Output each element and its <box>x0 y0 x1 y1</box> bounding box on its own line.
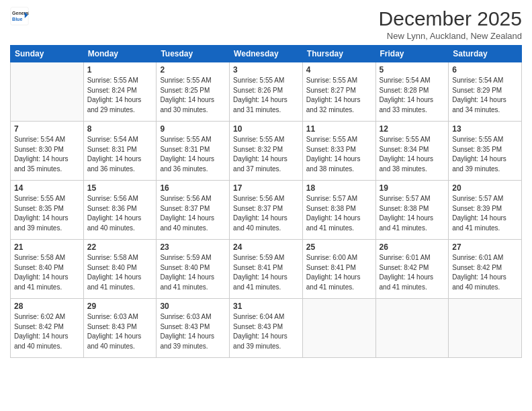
daylight-text-line1: Daylight: 14 hours <box>87 332 142 340</box>
sunrise-text: Sunrise: 5:56 AM <box>160 195 211 202</box>
sunset-text: Sunset: 8:30 PM <box>14 146 64 153</box>
daylight-text-line1: Daylight: 14 hours <box>233 273 287 281</box>
daylight-text-line1: Daylight: 14 hours <box>14 273 69 281</box>
weekday-header-cell: Wednesday <box>230 46 303 62</box>
page: General Blue December 2025 New Lynn, Auc… <box>0 0 532 411</box>
daylight-text-line1: Daylight: 14 hours <box>233 332 287 340</box>
day-info: Sunrise: 5:55 AMSunset: 8:26 PMDaylight:… <box>233 76 299 115</box>
day-number: 24 <box>233 242 299 252</box>
sunrise-text: Sunrise: 5:55 AM <box>233 136 284 143</box>
sunrise-text: Sunrise: 5:57 AM <box>452 195 503 202</box>
calendar-cell: 8Sunrise: 5:54 AMSunset: 8:31 PMDaylight… <box>83 122 157 181</box>
sunset-text: Sunset: 8:29 PM <box>452 87 502 94</box>
weekday-header-cell: Sunday <box>11 46 84 62</box>
sunrise-text: Sunrise: 5:55 AM <box>160 77 211 84</box>
calendar-cell: 1Sunrise: 5:55 AMSunset: 8:24 PMDaylight… <box>83 62 157 122</box>
daylight-text-line1: Daylight: 14 hours <box>160 214 214 222</box>
day-info: Sunrise: 5:55 AMSunset: 8:24 PMDaylight:… <box>87 76 153 115</box>
day-number: 14 <box>14 183 80 193</box>
sunrise-text: Sunrise: 6:04 AM <box>233 313 284 320</box>
sunrise-text: Sunrise: 6:03 AM <box>87 313 138 320</box>
day-number: 30 <box>160 302 226 311</box>
sunset-text: Sunset: 8:40 PM <box>160 264 210 271</box>
daylight-text-line1: Daylight: 14 hours <box>160 155 214 163</box>
sunset-text: Sunset: 8:36 PM <box>87 205 137 212</box>
sunrise-text: Sunrise: 5:58 AM <box>14 254 65 261</box>
day-info: Sunrise: 5:55 AMSunset: 8:25 PMDaylight:… <box>160 76 226 115</box>
calendar-cell: 7Sunrise: 5:54 AMSunset: 8:30 PMDaylight… <box>11 122 84 181</box>
daylight-text-line1: Daylight: 14 hours <box>87 273 142 281</box>
sunset-text: Sunset: 8:34 PM <box>380 146 429 153</box>
sunset-text: Sunset: 8:42 PM <box>14 323 64 330</box>
day-number: 16 <box>160 183 226 193</box>
calendar-cell: 16Sunrise: 5:56 AMSunset: 8:37 PMDayligh… <box>157 181 230 240</box>
daylight-text-line1: Daylight: 14 hours <box>14 332 69 340</box>
day-number: 31 <box>233 302 299 311</box>
sunrise-text: Sunrise: 5:55 AM <box>306 77 357 84</box>
day-number: 8 <box>87 124 153 134</box>
day-number: 17 <box>233 183 299 193</box>
day-info: Sunrise: 5:54 AMSunset: 8:29 PMDaylight:… <box>452 76 518 115</box>
calendar-cell <box>449 299 522 358</box>
sunset-text: Sunset: 8:43 PM <box>160 323 210 330</box>
sunrise-text: Sunrise: 5:55 AM <box>306 136 357 143</box>
daylight-text-line2: and 29 minutes. <box>87 106 135 113</box>
sunset-text: Sunset: 8:43 PM <box>87 323 137 330</box>
calendar-cell: 12Sunrise: 5:55 AMSunset: 8:34 PMDayligh… <box>375 122 449 181</box>
daylight-text-line2: and 41 minutes. <box>160 283 208 291</box>
calendar-cell: 25Sunrise: 6:00 AMSunset: 8:41 PMDayligh… <box>302 240 375 299</box>
daylight-text-line1: Daylight: 14 hours <box>87 96 142 103</box>
calendar-cell: 9Sunrise: 5:55 AMSunset: 8:31 PMDaylight… <box>157 122 230 181</box>
calendar: SundayMondayTuesdayWednesdayThursdayFrid… <box>10 45 522 358</box>
calendar-cell: 31Sunrise: 6:04 AMSunset: 8:43 PMDayligh… <box>230 299 303 358</box>
daylight-text-line1: Daylight: 14 hours <box>233 96 287 103</box>
calendar-body: 1Sunrise: 5:55 AMSunset: 8:24 PMDaylight… <box>11 62 522 358</box>
svg-text:Blue: Blue <box>12 17 22 21</box>
sunset-text: Sunset: 8:40 PM <box>87 264 137 271</box>
day-info: Sunrise: 5:55 AMSunset: 8:35 PMDaylight:… <box>14 194 80 233</box>
daylight-text-line1: Daylight: 14 hours <box>380 155 434 163</box>
calendar-week-row: 21Sunrise: 5:58 AMSunset: 8:40 PMDayligh… <box>11 240 522 299</box>
sunrise-text: Sunrise: 6:03 AM <box>160 313 211 320</box>
sunset-text: Sunset: 8:42 PM <box>380 264 429 271</box>
sunset-text: Sunset: 8:39 PM <box>452 205 502 212</box>
daylight-text-line1: Daylight: 14 hours <box>306 155 361 163</box>
weekday-header-cell: Thursday <box>302 46 375 62</box>
daylight-text-line1: Daylight: 14 hours <box>452 214 506 222</box>
calendar-cell: 15Sunrise: 5:56 AMSunset: 8:36 PMDayligh… <box>83 181 157 240</box>
day-number: 26 <box>380 242 445 252</box>
sunset-text: Sunset: 8:25 PM <box>160 87 210 94</box>
day-number: 7 <box>14 124 80 134</box>
day-number: 18 <box>306 183 372 193</box>
day-number: 21 <box>14 242 80 252</box>
daylight-text-line1: Daylight: 14 hours <box>14 155 69 163</box>
day-number: 11 <box>306 124 372 134</box>
day-info: Sunrise: 5:58 AMSunset: 8:40 PMDaylight:… <box>87 253 153 292</box>
calendar-cell: 2Sunrise: 5:55 AMSunset: 8:25 PMDaylight… <box>157 62 230 122</box>
sunset-text: Sunset: 8:37 PM <box>233 205 283 212</box>
calendar-week-row: 7Sunrise: 5:54 AMSunset: 8:30 PMDaylight… <box>11 122 522 181</box>
calendar-cell: 5Sunrise: 5:54 AMSunset: 8:28 PMDaylight… <box>375 62 449 122</box>
sunset-text: Sunset: 8:31 PM <box>160 146 210 153</box>
day-number: 28 <box>14 302 80 311</box>
sunset-text: Sunset: 8:24 PM <box>87 87 137 94</box>
calendar-cell <box>375 299 449 358</box>
calendar-cell: 14Sunrise: 5:55 AMSunset: 8:35 PMDayligh… <box>11 181 84 240</box>
day-info: Sunrise: 5:59 AMSunset: 8:40 PMDaylight:… <box>160 253 226 292</box>
daylight-text-line2: and 38 minutes. <box>306 165 354 173</box>
location: New Lynn, Auckland, New Zealand <box>379 31 522 41</box>
day-info: Sunrise: 5:58 AMSunset: 8:40 PMDaylight:… <box>14 253 80 292</box>
calendar-week-row: 1Sunrise: 5:55 AMSunset: 8:24 PMDaylight… <box>11 62 522 122</box>
day-number: 1 <box>87 65 153 75</box>
sunset-text: Sunset: 8:42 PM <box>452 264 502 271</box>
weekday-header-cell: Monday <box>83 46 157 62</box>
calendar-cell: 4Sunrise: 5:55 AMSunset: 8:27 PMDaylight… <box>302 62 375 122</box>
calendar-cell: 22Sunrise: 5:58 AMSunset: 8:40 PMDayligh… <box>83 240 157 299</box>
logo: General Blue <box>10 7 31 26</box>
daylight-text-line1: Daylight: 14 hours <box>160 332 214 340</box>
sunset-text: Sunset: 8:43 PM <box>233 323 283 330</box>
day-info: Sunrise: 5:55 AMSunset: 8:34 PMDaylight:… <box>380 135 445 174</box>
day-info: Sunrise: 5:59 AMSunset: 8:41 PMDaylight:… <box>233 253 299 292</box>
day-number: 22 <box>87 242 153 252</box>
weekday-header-cell: Tuesday <box>157 46 230 62</box>
